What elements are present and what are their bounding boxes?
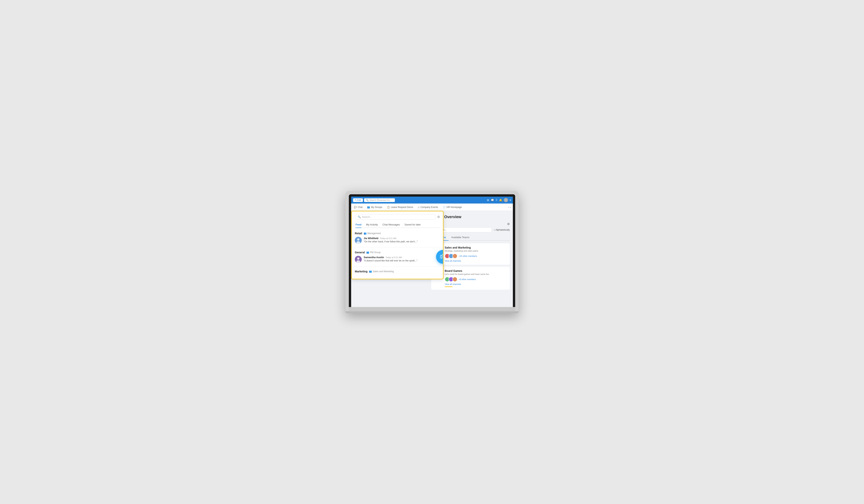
nav-chat-label: Chat — [358, 206, 362, 209]
other-members-board[interactable]: +8 other members — [458, 278, 476, 281]
feed-search-input[interactable]: 🔍 Search... — [355, 214, 436, 220]
msg-author-jia: Jia Whitfield — [364, 237, 379, 240]
nav-item-my-groups[interactable]: 👥 My Groups — [367, 204, 383, 211]
group-label-general: General 👥 PM Group — [355, 251, 440, 254]
msg-time-samantha: Today at 9:21 AM — [386, 256, 402, 259]
feed-tabs: Feed My Activity Chat Messages Saved for… — [355, 222, 440, 228]
avatar-samantha — [355, 256, 362, 263]
browser-search[interactable]: 🔍 Search Showcase Inc... — [364, 198, 395, 202]
team-name-board: Board Games — [445, 269, 507, 272]
filter-icon[interactable]: ⚙ — [437, 215, 440, 219]
member-avatar-b3 — [453, 277, 457, 282]
chevron-down-icon[interactable]: ▾ — [509, 198, 511, 201]
feed-header: 🔍 Search... ⚙ Feed My Activity Chat Mess… — [352, 211, 443, 228]
content-area: 🔍 Search... ⚙ Feed My Activity Chat Mess… — [351, 211, 513, 307]
member-avatar-3 — [453, 254, 457, 259]
team-desc-sales: Strategy, marketing and sales plans — [445, 250, 507, 252]
feed-message-general: Samantha Austin Today at 9:21 AM "It doe… — [355, 256, 440, 263]
group-name-general: General — [355, 251, 365, 254]
nav-item-hr-homepage[interactable]: 📄 HR Homepage — [442, 204, 463, 211]
browser-bar-right: ⊞ 💬 ⠿ 🔔 U ▾ — [487, 198, 511, 202]
nav-item-chat[interactable]: 💬 Chat — [353, 204, 363, 211]
msg-text-samantha: "It doesn't sound like that will ever be… — [364, 259, 440, 262]
feed-group-retail: Retail 👥 Management — [352, 230, 443, 246]
feed-group-general: General 👥 PM Group — [352, 249, 443, 265]
apps-icon[interactable]: ⊞ — [487, 198, 489, 201]
tab-available-teams[interactable]: Available Teams — [448, 235, 472, 241]
nav-groups-label: My Groups — [371, 206, 382, 209]
sort-button[interactable]: ↕ Alphabetically — [494, 229, 510, 231]
msg-body-samantha: Samantha Austin Today at 9:21 AM "It doe… — [364, 256, 440, 262]
tab-chat-messages[interactable]: Chat Messages — [383, 222, 400, 228]
nav-item-leave-request[interactable]: 📋 Leave Request Demo — [386, 204, 414, 211]
msg-author-samantha: Samantha Austin — [364, 256, 384, 259]
member-avatars-board — [445, 277, 457, 282]
divider-1 — [352, 247, 443, 247]
nav-leave-label: Leave Request Demo — [391, 206, 413, 209]
laptop-screen: ✎ Edit 🔍 Search Showcase Inc... ⊞ 💬 ⠿ 🔔 … — [351, 197, 513, 307]
browser-search-placeholder: Search Showcase Inc... — [370, 199, 392, 201]
leave-nav-icon: 📋 — [387, 206, 390, 209]
feed-message-retail: Jia Whitfield Today at 9:21 AM "On the o… — [355, 237, 440, 244]
screen-bezel: ✎ Edit 🔍 Search Showcase Inc... ⊞ 💬 ⠿ 🔔 … — [349, 194, 515, 307]
groups-nav-icon: 👥 — [367, 206, 370, 209]
bell-icon[interactable]: 🔔 — [499, 198, 502, 201]
feed-group-marketing: Marketing 👥 Sales and Marketing — [352, 268, 443, 277]
group-icon-marketing: 👥 — [369, 270, 372, 273]
teams-filter-icon[interactable]: ⚙ — [507, 222, 510, 226]
svg-point-4 — [357, 257, 359, 260]
feed-panel: 🔍 Search... ⚙ Feed My Activity Chat Mess… — [351, 211, 444, 279]
chat-bubble-icon[interactable]: 💬 — [491, 198, 494, 201]
msg-time-jia: Today at 9:21 AM — [380, 237, 396, 239]
svg-point-7 — [440, 255, 442, 256]
tab-feed[interactable]: Feed — [356, 222, 361, 228]
other-members-sales[interactable]: +24 other members — [458, 255, 477, 257]
grid-icon[interactable]: ⠿ — [495, 198, 497, 201]
user-avatar[interactable]: U — [504, 198, 508, 202]
hr-nav-icon: 📄 — [443, 206, 446, 209]
svg-point-6 — [442, 254, 444, 256]
search-icon: 🔍 — [358, 216, 361, 218]
search-row: 🔍 Search... ⚙ — [355, 214, 440, 220]
sort-icon: ↕ — [494, 229, 495, 231]
nav-back-arrow[interactable]: ‹ — [508, 206, 509, 209]
events-nav-icon: ◇ — [418, 206, 420, 209]
author-row-samantha: Samantha Austin Today at 9:21 AM — [364, 256, 440, 259]
view-channels-sales[interactable]: View all channels — [445, 260, 507, 262]
avatar-jia — [355, 237, 362, 244]
team-members-sales: +24 other members — [445, 254, 507, 259]
browser-bar-left: ✎ Edit 🔍 Search Showcase Inc... — [353, 198, 395, 202]
nav-forward-arrow[interactable]: › — [510, 206, 511, 209]
nav-events-label: Company Events — [420, 206, 438, 209]
laptop-shell: ✎ Edit 🔍 Search Showcase Inc... ⊞ 💬 ⠿ 🔔 … — [345, 191, 519, 313]
group-icon-general: 👥 — [367, 251, 369, 254]
view-channels-board[interactable]: View all channels — [445, 283, 507, 285]
divider-2 — [352, 266, 443, 267]
group-name-retail: Retail — [355, 232, 362, 235]
group-label-marketing: Marketing 👥 Sales and Marketing — [355, 270, 440, 273]
msg-text-jia: "On the other hand, if we follow this pa… — [364, 240, 440, 243]
group-type-general: 👥 PM Group — [367, 251, 381, 254]
group-label-retail: Retail 👥 Management — [355, 232, 440, 235]
feed-content: Retail 👥 Management — [352, 228, 443, 279]
laptop-foot — [345, 311, 519, 313]
browser-bar: ✎ Edit 🔍 Search Showcase Inc... ⊞ 💬 ⠿ 🔔 … — [351, 197, 513, 204]
tab-my-activity[interactable]: My Activity — [366, 222, 378, 228]
feed-search-placeholder: Search... — [362, 216, 372, 218]
tab-saved-for-later[interactable]: Saved for later — [405, 222, 421, 228]
group-name-marketing: Marketing — [355, 270, 368, 273]
group-type-retail: 👥 Management — [364, 232, 381, 235]
nav-bar: 💬 Chat 👥 My Groups 📋 Leave Request Demo … — [351, 204, 513, 211]
sort-label: Alphabetically — [495, 229, 510, 231]
svg-point-1 — [357, 238, 359, 241]
team-desc-board: Let's meet for board games and have some… — [445, 273, 507, 275]
laptop-base — [349, 307, 515, 311]
nav-hr-label: HR Homepage — [447, 206, 462, 209]
team-name-sales: Sales and Marketing — [445, 246, 507, 249]
edit-button[interactable]: ✎ Edit — [353, 198, 363, 202]
member-avatars-sales — [445, 254, 457, 259]
nav-item-company-events[interactable]: ◇ Company Events — [417, 204, 439, 211]
group-type-marketing: 👥 Sales and Marketing — [369, 270, 394, 273]
group-icon-retail: 👥 — [364, 232, 367, 235]
chat-nav-icon: 💬 — [354, 206, 357, 209]
